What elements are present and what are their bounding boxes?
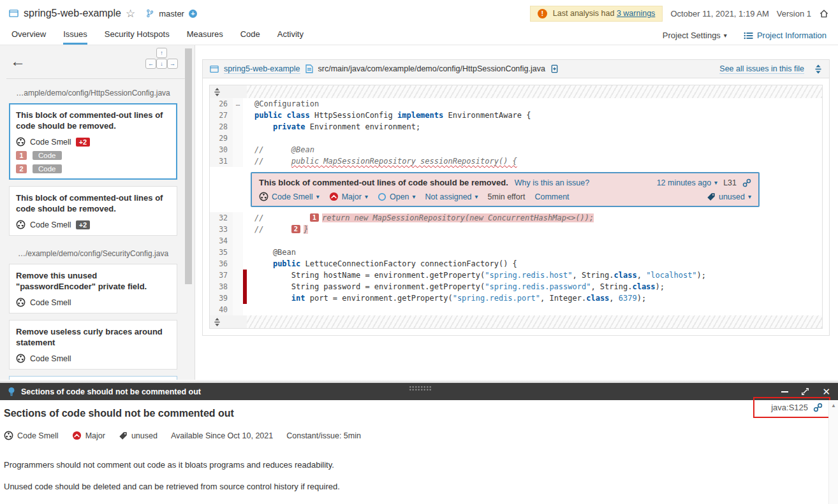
tab-code[interactable]: Code	[240, 29, 260, 45]
issue-location-row[interactable]: 2Code	[16, 164, 170, 173]
code-content: public LettuceConnectionFactory connecti…	[247, 258, 822, 270]
code-line[interactable]: 36 public LettuceConnectionFactory conne…	[210, 258, 822, 270]
code-line[interactable]: 40	[210, 304, 822, 315]
rule-panel-scrollbar[interactable]: ▲	[828, 400, 838, 504]
arrow-up-key-icon[interactable]: ↑	[156, 48, 167, 58]
inline-issue-box[interactable]: This block of commented-out lines of cod…	[251, 172, 760, 207]
copy-path-icon[interactable]	[550, 64, 559, 73]
issue-tags-dropdown[interactable]: unused ▾	[707, 192, 751, 201]
rule-description-paragraph: Unused code should be deleted and can be…	[4, 482, 819, 491]
major-severity-icon	[329, 192, 339, 201]
permalink-icon[interactable]	[742, 178, 751, 187]
project-settings-menu[interactable]: Project Settings ▾	[663, 31, 727, 40]
tab-security-hotspots[interactable]: Security Hotspots	[105, 29, 170, 45]
scroll-up-arrow-icon[interactable]: ▲	[829, 400, 838, 408]
rule-tag[interactable]: unused	[119, 431, 158, 440]
why-issue-link[interactable]: Why is this an issue?	[515, 178, 589, 187]
code-line[interactable]: 37 String hostName = environment.getProp…	[210, 270, 822, 281]
minimize-icon[interactable]	[781, 391, 788, 392]
rule-type: Code Smell	[4, 431, 59, 440]
issue-card[interactable]: Remove useless curly braces around state…	[9, 320, 177, 370]
line-number[interactable]: 33	[210, 224, 233, 235]
issue-card[interactable]: This block of commented-out lines of cod…	[9, 186, 177, 236]
code-line[interactable]: 31// public MapSessionRepository session…	[210, 155, 822, 167]
tab-issues[interactable]: Issues	[63, 29, 87, 45]
project-information-button[interactable]: Project Information	[744, 31, 827, 40]
code-line[interactable]: 35 @Bean	[210, 247, 822, 258]
keyboard-navigation-hint: ↑ ← ↓ →	[145, 48, 178, 69]
warnings-link[interactable]: 3 warnings	[617, 9, 655, 18]
tab-measures[interactable]: Measures	[187, 29, 223, 45]
line-number[interactable]: 36	[210, 258, 233, 270]
code-token: port = environment.getProperty(	[305, 294, 452, 303]
issue-location-row[interactable]: 1Code	[16, 151, 170, 160]
code-token: @Bean	[254, 248, 296, 257]
issue-card[interactable]: Remove this unused "passwordEncoder" pri…	[9, 264, 177, 313]
favorite-star-icon[interactable]: ☆	[126, 7, 135, 20]
home-icon[interactable]	[819, 9, 829, 18]
line-number[interactable]: 30	[210, 144, 233, 155]
line-number[interactable]: 31	[210, 155, 233, 167]
collapsed-lines-hatch[interactable]	[247, 315, 822, 328]
line-number[interactable]: 26	[210, 98, 233, 110]
code-line[interactable]: 29	[210, 133, 822, 144]
line-number[interactable]: 28	[210, 121, 233, 133]
inline-location-badge[interactable]: 2	[291, 225, 300, 233]
issue-type-dropdown[interactable]: Code Smell ▾	[259, 192, 320, 201]
collapsed-lines-hatch[interactable]	[247, 85, 822, 98]
code-line[interactable]: 39 int port = environment.getProperty("s…	[210, 292, 822, 304]
code-line[interactable]: 32// 1return new MapSessionRepository(ne…	[210, 212, 822, 224]
tab-activity[interactable]: Activity	[277, 29, 304, 45]
code-token: String hostName = environment.getPropert…	[254, 271, 485, 280]
expand-down-icon[interactable]	[210, 315, 247, 328]
sidebar-scrollbar[interactable]	[185, 48, 192, 284]
panel-drag-handle[interactable]	[409, 385, 432, 391]
analysis-warning-pill: ! Last analysis had 3 warnings	[530, 6, 663, 22]
line-number[interactable]: 29	[210, 133, 233, 144]
expand-panel-icon[interactable]	[801, 387, 809, 396]
line-number[interactable]: 27	[210, 110, 233, 121]
code-line[interactable]: 34	[210, 235, 822, 247]
code-token: return new MapSessionRepository(new Conc…	[322, 213, 594, 222]
line-number[interactable]: 35	[210, 247, 233, 258]
issue-assignee-dropdown[interactable]: Not assigned ▾	[425, 192, 478, 201]
issue-type-label: Code Smell	[30, 354, 71, 363]
arrow-left-key-icon[interactable]: ←	[145, 59, 156, 69]
branch-name[interactable]: master	[159, 9, 184, 18]
issue-age-dropdown[interactable]: 12 minutes ago ▾	[657, 178, 718, 187]
rule-permalink-icon[interactable]	[813, 403, 823, 412]
code-line[interactable]: 27public class HttpSessionConfig impleme…	[210, 110, 822, 121]
code-line[interactable]: 33// 2}	[210, 224, 822, 235]
line-number[interactable]: 34	[210, 235, 233, 247]
code-line[interactable]: 26…@Configuration	[210, 98, 822, 110]
rule-description-paragraph: Programmers should not comment out code …	[4, 460, 819, 470]
expand-all-lines-icon[interactable]	[814, 64, 822, 74]
branch-status-icon[interactable]: +	[189, 10, 197, 18]
code-line[interactable]: 30// @Bean	[210, 144, 822, 155]
code-token: String password = environment.getPropert…	[254, 282, 485, 291]
inline-location-badge[interactable]: 1	[310, 213, 319, 222]
comment-button[interactable]: Comment	[534, 192, 569, 201]
tab-overview[interactable]: Overview	[11, 29, 46, 45]
rule-severity-label: Major	[85, 431, 105, 440]
line-number[interactable]: 37	[210, 270, 233, 281]
code-line[interactable]: 28 private Environment environment;	[210, 121, 822, 133]
code-token: HttpSessionConfig	[310, 111, 397, 120]
code-line[interactable]: 38 String password = environment.getProp…	[210, 281, 822, 292]
arrow-right-key-icon[interactable]: →	[167, 59, 178, 69]
line-number[interactable]: 39	[210, 292, 233, 304]
issue-severity-dropdown[interactable]: Major ▾	[329, 192, 368, 201]
line-number[interactable]: 38	[210, 281, 233, 292]
expand-up-icon[interactable]	[210, 85, 247, 98]
project-breadcrumb-link[interactable]: spring5-web-example	[224, 64, 300, 74]
arrow-down-key-icon[interactable]: ↓	[156, 59, 167, 69]
close-panel-icon[interactable]: ✕	[822, 387, 830, 396]
line-number[interactable]: 40	[210, 304, 233, 315]
issue-status-dropdown[interactable]: Open ▾	[378, 192, 416, 201]
issue-card[interactable]: This block of commented-out lines of cod…	[9, 103, 177, 180]
issue-card-title: This block of commented-out lines of cod…	[16, 192, 170, 214]
expand-lines-above	[210, 85, 822, 98]
back-arrow-icon[interactable]: ←	[10, 52, 26, 69]
line-number[interactable]: 32	[210, 212, 233, 224]
see-all-issues-link[interactable]: See all issues in this file	[719, 64, 804, 74]
